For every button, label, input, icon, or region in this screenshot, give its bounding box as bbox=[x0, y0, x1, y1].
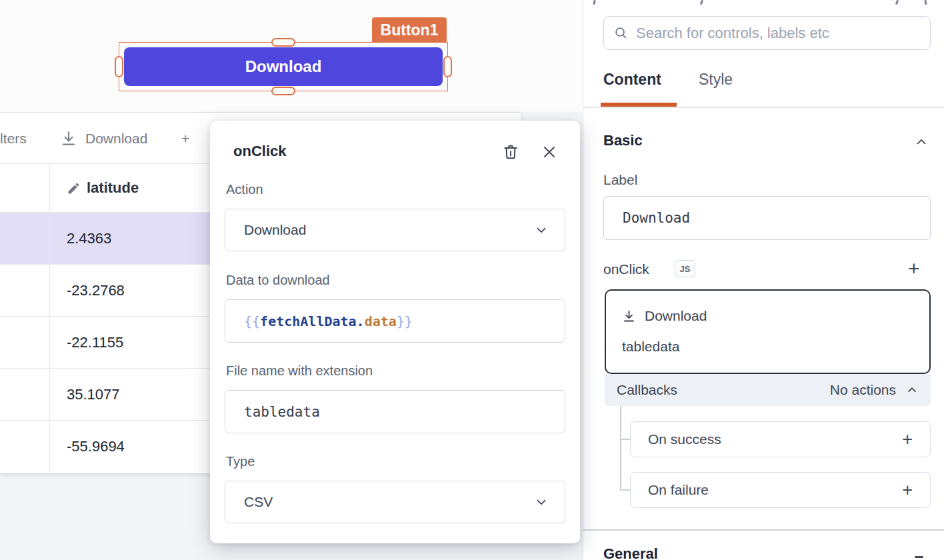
label-input[interactable]: Download bbox=[603, 196, 931, 240]
cell-latitude[interactable]: -23.2768 bbox=[67, 265, 125, 316]
resize-handle-right[interactable] bbox=[443, 56, 452, 77]
property-tab-bar: Content Style bbox=[583, 67, 944, 108]
callback-tree-line bbox=[620, 489, 630, 491]
row-index-cell bbox=[0, 213, 50, 264]
code-brace-open: {{ bbox=[244, 313, 260, 329]
table-download-label: Download bbox=[85, 131, 147, 147]
filename-field-label: File name with extension bbox=[226, 363, 373, 379]
type-field-label: Type bbox=[226, 454, 255, 469]
chevron-up-icon bbox=[905, 383, 919, 397]
code-dot: . bbox=[357, 313, 365, 329]
download-button-widget[interactable]: Download bbox=[124, 47, 443, 86]
on-success-callback[interactable]: On success + bbox=[630, 421, 931, 457]
on-failure-label: On failure bbox=[648, 482, 709, 498]
delete-action-button[interactable] bbox=[501, 142, 521, 162]
resize-handle-bottom[interactable] bbox=[271, 87, 295, 95]
popup-title: onClick bbox=[233, 143, 286, 160]
download-icon bbox=[60, 130, 77, 147]
search-icon bbox=[613, 25, 629, 41]
code-property: data bbox=[365, 313, 397, 329]
data-to-download-input[interactable]: {{fetchAllData.data}} bbox=[225, 299, 565, 343]
clipped-header-fragment bbox=[925, 0, 927, 5]
collapse-basic-button[interactable] bbox=[914, 135, 929, 149]
add-on-failure-button[interactable]: + bbox=[902, 481, 913, 499]
chevron-down-icon bbox=[534, 223, 549, 237]
clipped-header-fragment bbox=[895, 0, 899, 5]
cell-latitude[interactable]: 2.4363 bbox=[67, 213, 111, 264]
row-index-cell bbox=[0, 369, 50, 420]
onclick-property-row: onClick JS + bbox=[603, 260, 931, 283]
cell-latitude[interactable]: -22.1155 bbox=[67, 317, 123, 368]
callbacks-label: Callbacks bbox=[617, 382, 677, 398]
label-field-label: Label bbox=[603, 172, 637, 188]
card-action-value: tabledata bbox=[622, 339, 679, 355]
filename-input[interactable]: tabledata bbox=[225, 390, 565, 433]
callback-tree-line bbox=[620, 406, 621, 490]
resize-handle-top[interactable] bbox=[271, 38, 295, 47]
label-input-value: Download bbox=[623, 210, 690, 226]
row-index-cell bbox=[0, 265, 50, 316]
on-failure-callback[interactable]: On failure + bbox=[630, 472, 931, 508]
tab-style[interactable]: Style bbox=[699, 71, 733, 89]
table-header-index-cell bbox=[0, 164, 50, 212]
callbacks-toggle[interactable]: Callbacks No actions bbox=[605, 374, 931, 406]
search-input[interactable] bbox=[636, 25, 921, 42]
pencil-icon bbox=[67, 181, 81, 195]
table-add-row-button[interactable]: + bbox=[181, 113, 189, 164]
table-download-button[interactable]: Download bbox=[60, 113, 147, 164]
chevron-down-icon bbox=[534, 495, 549, 509]
property-pane: Content Style Basic Label Download onCli… bbox=[583, 0, 944, 560]
property-search bbox=[603, 16, 931, 50]
filename-value: tabledata bbox=[244, 404, 320, 420]
type-select[interactable]: CSV bbox=[225, 481, 565, 523]
onclick-action-card[interactable]: Download tabledata bbox=[605, 289, 931, 374]
clipped-header-fragment bbox=[700, 0, 703, 5]
table-column-header-latitude[interactable]: latitude bbox=[50, 164, 139, 212]
add-on-success-button[interactable]: + bbox=[902, 431, 913, 449]
active-tab-indicator bbox=[601, 103, 677, 107]
row-index-cell bbox=[0, 421, 50, 473]
card-action-label: Download bbox=[645, 308, 707, 324]
cell-latitude[interactable]: 35.1077 bbox=[67, 369, 120, 420]
close-icon bbox=[541, 144, 557, 160]
js-toggle-badge[interactable]: JS bbox=[675, 260, 695, 277]
card-action-row: Download bbox=[622, 308, 707, 324]
trash-icon bbox=[502, 143, 519, 161]
callback-tree-line bbox=[620, 439, 630, 440]
action-field-label: Action bbox=[226, 182, 263, 197]
action-select-value: Download bbox=[244, 222, 306, 238]
callbacks-status: No actions bbox=[830, 382, 896, 398]
close-popup-button[interactable] bbox=[539, 142, 559, 162]
type-select-value: CSV bbox=[244, 494, 273, 510]
on-success-label: On success bbox=[648, 431, 721, 447]
section-basic-title: Basic bbox=[603, 132, 643, 149]
column-header-label: latitude bbox=[87, 179, 139, 197]
clipped-header-fragment bbox=[593, 0, 596, 5]
onclick-action-popup: onClick Action Download Data to download… bbox=[210, 121, 580, 543]
action-select[interactable]: Download bbox=[225, 209, 565, 251]
data-field-label: Data to download bbox=[226, 273, 330, 288]
download-icon bbox=[622, 309, 636, 323]
widget-name-tag[interactable]: Button1 bbox=[372, 17, 447, 43]
onclick-property-label: onClick bbox=[603, 261, 649, 277]
collapse-general-button[interactable] bbox=[915, 556, 923, 558]
cell-latitude[interactable]: -55.9694 bbox=[67, 421, 125, 473]
code-object: fetchAllData bbox=[260, 313, 357, 329]
code-brace-close: }} bbox=[397, 313, 413, 329]
tab-content[interactable]: Content bbox=[603, 71, 661, 89]
section-general-title: General bbox=[603, 545, 658, 560]
add-onclick-action-button[interactable]: + bbox=[908, 259, 920, 279]
resize-handle-left[interactable] bbox=[115, 56, 123, 77]
row-index-cell bbox=[0, 317, 50, 368]
section-divider bbox=[583, 529, 944, 531]
filters-button-clipped[interactable]: lters bbox=[0, 113, 27, 164]
